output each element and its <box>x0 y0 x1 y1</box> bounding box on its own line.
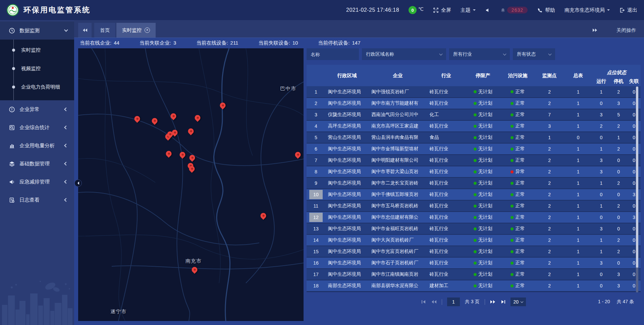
stat-value: 44 <box>114 40 119 46</box>
table-row[interactable]: 7 阆中生态环境局 阆中明阳建材有限公司 砖瓦行业 无计划 正常 2 1 3 0… <box>307 155 641 166</box>
help-button[interactable]: 帮助 <box>537 7 555 13</box>
table-row[interactable]: 18 南部生态环境局 南部县驯华水泥有限公 建材加工 无计划 正常 2 1 0 … <box>307 280 641 291</box>
cell-region: 阆中生态环境局 <box>325 257 369 269</box>
cell-index: 9 <box>307 177 325 189</box>
chevron-down-icon <box>64 28 68 32</box>
cell-limit: 无计划 <box>466 246 500 257</box>
cell-company: 阆中明阳建材有限公司 <box>369 155 427 166</box>
table-row[interactable]: 1 阆中生态环境局 阆中强锐页岩砖厂 砖瓦行业 无计划 正常 2 1 1 2 0 <box>307 86 641 98</box>
table-scrollbar-thumb[interactable] <box>636 87 638 268</box>
cell-meters: 1 <box>564 200 593 212</box>
table-scrollbar-track[interactable] <box>636 87 638 292</box>
table-row[interactable]: 2 阆中生态环境局 阆中市南方节能建材有 砖瓦行业 无计划 正常 2 1 0 3… <box>307 98 641 109</box>
table-row[interactable]: 15 阆中生态环境局 阆中市光富页岩机砖厂 砖瓦行业 无计划 正常 2 1 1 … <box>307 246 641 257</box>
sidebar-subitem-enterprise-power-load-detail[interactable]: 企业电力负荷明细 <box>0 78 74 96</box>
sidebar-item-emergency-reduction[interactable]: 应急减排管理 <box>0 173 74 191</box>
table-row[interactable]: 3 仪陇生态环境局 西南油气田分公司川中 化工 无计划 正常 7 1 3 5 0 <box>307 109 641 120</box>
status-dot-green-icon <box>474 90 477 93</box>
region-select[interactable]: 行政区域名称 <box>362 48 446 60</box>
stat-value: 147 <box>352 40 361 46</box>
cell-industry: 化工 <box>427 109 466 120</box>
status-select[interactable]: 所有状态 <box>513 48 555 60</box>
table-row[interactable]: 14 阆中生态环境局 阆中大兴页岩机砖厂 砖瓦行业 无计划 正常 2 1 1 2… <box>307 234 641 246</box>
close-operations-button[interactable]: 关闭操作 <box>616 27 636 34</box>
cell-points: 2 <box>535 280 564 291</box>
tabs-scroll-right-button[interactable] <box>588 23 602 38</box>
cell-limit: 无计划 <box>466 98 500 109</box>
prev-page-button[interactable] <box>431 300 437 304</box>
status-dot-green-icon <box>511 262 514 265</box>
next-page-button[interactable] <box>490 300 496 304</box>
cell-lost: 0 <box>627 257 641 269</box>
cell-company: 阆中大兴页岩机砖厂 <box>369 234 427 246</box>
sound-button[interactable] <box>485 7 491 13</box>
sidebar-item-enterprise-statistics[interactable]: 企业综合统计 <box>0 118 74 137</box>
sidebar-item-label: 企业综合统计 <box>19 124 50 131</box>
cell-limit: 无计划 <box>466 269 500 280</box>
layers-icon <box>9 161 15 167</box>
current-page-input[interactable]: 1 <box>447 297 460 306</box>
fullscreen-button[interactable]: 全屏 <box>433 7 451 13</box>
page-size-select[interactable]: 20 <box>511 297 526 306</box>
sidebar-item-log-view[interactable]: 日志查看 <box>0 191 74 209</box>
table-row[interactable]: 5 营山生态环境局 营山县润丰肉食品有限 食品 无计划 正常 1 0 0 1 0 <box>307 132 641 143</box>
sidebar-submenu: 实时监控 视频监控 企业电力负荷明细 <box>0 40 74 100</box>
cell-region: 阆中生态环境局 <box>325 98 369 109</box>
table-row[interactable]: 10 阆中生态环境局 阆中千佛镇五郎垭页岩 砖瓦行业 无计划 正常 2 1 0 … <box>307 189 641 200</box>
table-row[interactable]: 4 高坪生态环境局 南充市高坪区王家店建 砖瓦行业 无计划 正常 3 1 2 2… <box>307 120 641 132</box>
table-row[interactable]: 13 阆中生态环境局 阆中市金福旺页岩机砖 砖瓦行业 无计划 正常 2 1 3 … <box>307 223 641 234</box>
tab-home[interactable]: 首页 <box>94 23 115 38</box>
cell-region: 阆中生态环境局 <box>325 246 369 257</box>
sidebar-item-enterprise-abnormal[interactable]: 企业异常 <box>0 100 74 118</box>
cell-facility: 正常 <box>500 177 535 189</box>
tabs-scroll-left-button[interactable] <box>78 23 92 38</box>
sidebar-subitem-realtime-monitoring[interactable]: 实时监控 <box>0 41 74 59</box>
cell-stop: 3 <box>610 269 627 280</box>
table-row[interactable]: 11 阆中生态环境局 阆中市五马桥页岩机砖 砖瓦行业 无计划 正常 2 1 1 … <box>307 200 641 212</box>
cell-facility: 异常 <box>500 166 535 177</box>
col-header-industry: 行业 <box>427 65 466 86</box>
cell-lost: 0 <box>627 155 641 166</box>
table-row[interactable]: 17 阆中生态环境局 阆中市江南镇阆南页岩 砖瓦行业 无计划 正常 2 1 0 … <box>307 269 641 280</box>
sidebar-subitem-video-monitoring[interactable]: 视频监控 <box>0 59 74 78</box>
cell-index: 8 <box>307 166 325 177</box>
cell-stop: 2 <box>610 234 627 246</box>
notifications-button[interactable]: 2632 <box>500 7 528 13</box>
cell-points: 3 <box>535 120 564 132</box>
sidebar-item-data-monitoring[interactable]: 数据监测 <box>0 21 74 40</box>
cell-region: 阆中生态环境局 <box>325 212 369 223</box>
name-search-input[interactable] <box>307 48 359 60</box>
cell-points: 2 <box>535 234 564 246</box>
cell-limit: 无计划 <box>466 257 500 269</box>
cell-points: 2 <box>535 269 564 280</box>
tab-realtime-monitoring[interactable]: 实时监控 × <box>116 23 156 38</box>
first-page-button[interactable] <box>421 300 426 304</box>
org-dropdown[interactable]: 南充市生态环境局 <box>565 7 610 13</box>
map-collapse-button[interactable] <box>74 179 82 187</box>
cell-lost: 0 <box>627 269 641 280</box>
industry-select[interactable]: 所有行业 <box>449 48 510 60</box>
logout-button[interactable]: 退出 <box>619 7 637 13</box>
cell-region: 阆中生态环境局 <box>325 234 369 246</box>
table-row[interactable]: 16 阆中生态环境局 阆中市石子页岩机砖厂 砖瓦行业 无计划 正常 2 1 3 … <box>307 257 641 269</box>
table-row[interactable]: 8 阆中生态环境局 阆中市枣碧大梁山页岩 砖瓦行业 无计划 异常 2 1 3 0… <box>307 166 641 177</box>
table-row[interactable]: 12 阆中生态环境局 阆中市忠信建材有限公 砖瓦行业 无计划 正常 2 1 0 … <box>307 212 641 223</box>
cell-facility: 正常 <box>500 189 535 200</box>
theme-dropdown[interactable]: 主题 <box>461 7 476 13</box>
cell-facility: 正常 <box>500 143 535 155</box>
cell-lost: 0 <box>627 120 641 132</box>
table-row[interactable]: 9 阆中生态环境局 阆中市二龙长宝页岩砖 砖瓦行业 无计划 正常 2 1 1 2… <box>307 177 641 189</box>
cell-stop: 0 <box>610 189 627 200</box>
cell-index: 5 <box>307 132 325 143</box>
table-row[interactable]: 6 阆中生态环境局 阆中市金博瑞新型墙材 砖瓦行业 无计划 正常 2 1 1 2… <box>307 143 641 155</box>
map-canvas[interactable]: 巴中市南充市遂宁市 <box>78 48 304 321</box>
sidebar: 数据监测 实时监控 视频监控 企业电力负荷明细 企业异常 企业综合统计 <box>0 20 74 325</box>
tab-close-icon[interactable]: × <box>145 28 150 33</box>
sidebar-item-base-data-management[interactable]: 基础数据管理 <box>0 155 74 173</box>
last-page-button[interactable] <box>501 300 505 304</box>
cell-points: 2 <box>535 212 564 223</box>
status-dot-green-icon <box>511 193 514 196</box>
region-select-value: 行政区域名称 <box>366 51 394 57</box>
chevron-left-icon <box>64 162 68 165</box>
sidebar-item-enterprise-power-analysis[interactable]: 企业用电量分析 <box>0 137 74 155</box>
